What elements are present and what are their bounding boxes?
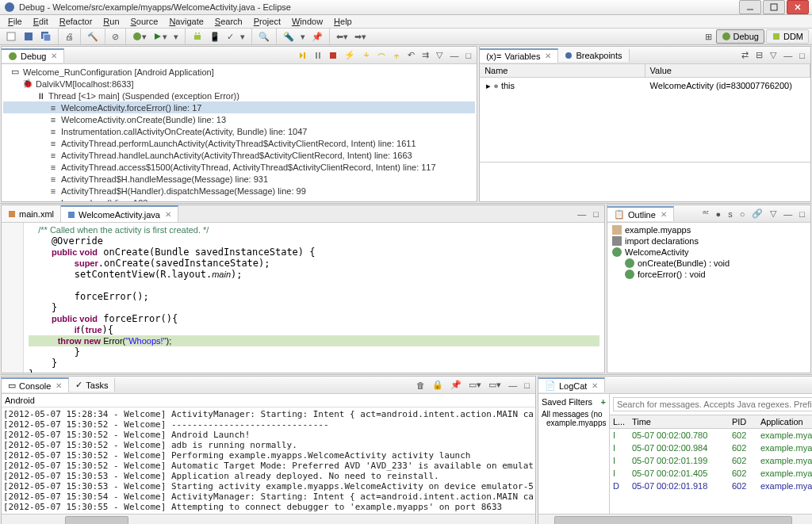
menu-navigate[interactable]: Navigate: [164, 15, 208, 28]
variable-row[interactable]: ▸ ● thisWelcomeActivity (id=830007766200…: [481, 79, 809, 93]
new-android-icon[interactable]: ▾: [238, 30, 247, 44]
logcat-row[interactable]: I05-07 00:02:01.199602example.myappsSyst…: [610, 454, 812, 467]
menu-project[interactable]: Project: [249, 15, 285, 28]
maximize-pane-icon[interactable]: □: [591, 207, 601, 220]
menu-run[interactable]: Run: [98, 15, 124, 28]
step-into-icon[interactable]: [360, 48, 373, 62]
outline-item[interactable]: import declarations: [609, 235, 809, 247]
col-app[interactable]: Application: [757, 415, 812, 428]
tab-logcat[interactable]: 📄 LogCat ✕: [538, 377, 605, 392]
terminate-icon[interactable]: [327, 48, 339, 62]
pin-console-icon[interactable]: 📌: [448, 378, 464, 392]
minimize-pane-icon[interactable]: —: [575, 207, 588, 220]
debug-stack-line[interactable]: ⏸Thread [<1> main] (Suspended (exception…: [3, 90, 475, 101]
search-icon[interactable]: 🔦: [281, 30, 297, 44]
debug-stack-line[interactable]: ≡ActivityThread.handleLaunchActivity(Act…: [3, 149, 475, 161]
tab-debug[interactable]: Debug ✕: [2, 48, 64, 63]
logcat-search-input[interactable]: [613, 397, 812, 411]
col-name[interactable]: Name: [480, 64, 645, 77]
hide-fields-icon[interactable]: ●: [714, 207, 724, 220]
outline-item[interactable]: forceError() : void: [609, 269, 809, 280]
add-filter-icon[interactable]: +: [600, 397, 605, 407]
step-return-icon[interactable]: [390, 48, 403, 62]
perspective-debug[interactable]: Debug: [716, 29, 764, 44]
debug-stack-line[interactable]: ≡WelcomeActivity.forceError() line: 17: [3, 101, 475, 113]
view-menu-icon[interactable]: ▽: [768, 48, 779, 62]
show-type-icon[interactable]: ⇄: [739, 48, 751, 62]
logcat-scrollbar[interactable]: [538, 514, 812, 524]
debug-stack-line[interactable]: ≡ActivityThread$H.handleMessage(Message)…: [3, 173, 475, 185]
debug-stack-line[interactable]: ≡ActivityThread$H(Handler).dispatchMessa…: [3, 185, 475, 197]
maximize-pane-icon[interactable]: □: [797, 48, 807, 62]
menu-window[interactable]: Window: [287, 15, 327, 28]
col-time[interactable]: Time: [629, 415, 729, 428]
collapse-icon[interactable]: ⊟: [753, 48, 765, 62]
scroll-lock-icon[interactable]: 🔒: [430, 378, 446, 392]
hide-local-icon[interactable]: 🔗: [749, 207, 765, 220]
tab-outline[interactable]: 📋 Outline ✕: [607, 206, 674, 221]
tab-variables[interactable]: (x)= Variables ✕: [480, 48, 558, 63]
logcat-row[interactable]: I05-07 00:02:01.405602example.myappsSyst…: [610, 467, 812, 480]
logcat-row[interactable]: I05-07 00:02:00.780602example.myappsSyst…: [610, 429, 812, 442]
pin-icon[interactable]: 📌: [309, 30, 325, 44]
outline-item[interactable]: onCreate(Bundle) : void: [609, 258, 809, 269]
logcat-saved-filters[interactable]: Saved Filters + All messages (no example…: [538, 394, 610, 514]
close-icon[interactable]: ✕: [592, 381, 598, 390]
debug-stack-line[interactable]: ≡WelcomeActivity.onCreate(Bundle) line: …: [3, 113, 475, 125]
tab-welcome-java[interactable]: WelcomeActivity.java ✕: [61, 205, 178, 222]
print-icon[interactable]: 🖨: [63, 30, 76, 43]
outline-item[interactable]: example.myapps: [609, 224, 809, 235]
forward-icon[interactable]: ➡▾: [352, 30, 369, 44]
save-all-icon[interactable]: [38, 29, 54, 44]
console-scrollbar[interactable]: [2, 514, 535, 524]
step-over-icon[interactable]: [375, 48, 388, 62]
minimize-pane-icon[interactable]: —: [506, 378, 519, 392]
editor-body[interactable]: /** Called when the activity is first cr…: [2, 223, 604, 373]
close-icon[interactable]: ✕: [51, 52, 57, 60]
perspective-ddms[interactable]: DDM: [766, 29, 809, 44]
editor-gutter[interactable]: [2, 223, 24, 373]
display-console-icon[interactable]: ▭▾: [466, 378, 484, 392]
scrollbar-thumb[interactable]: [554, 516, 792, 524]
open-type-icon[interactable]: 🔍: [256, 30, 272, 44]
debug-stack-line[interactable]: ▭Welcome_RunConfiguration [Android Appli…: [3, 66, 475, 78]
scrollbar-thumb[interactable]: [65, 516, 128, 524]
close-icon[interactable]: ✕: [165, 210, 171, 219]
debug-stack-line[interactable]: ≡Instrumentation.callActivityOnCreate(Ac…: [3, 125, 475, 137]
tab-console[interactable]: ▭ Console ✕: [2, 377, 69, 392]
menu-source[interactable]: Source: [126, 15, 163, 28]
minimize-pane-icon[interactable]: —: [447, 48, 461, 62]
outline-body[interactable]: example.myappsimport declarationsWelcome…: [607, 223, 810, 373]
editor-code[interactable]: /** Called when the activity is first cr…: [24, 223, 604, 373]
menu-file[interactable]: File: [3, 15, 27, 28]
use-step-filter-icon[interactable]: ⇉: [419, 48, 431, 62]
annotation-icon[interactable]: ▾: [298, 30, 308, 44]
col-level[interactable]: L...: [610, 415, 629, 428]
maximize-pane-icon[interactable]: □: [797, 207, 807, 220]
menu-refactor[interactable]: Refactor: [55, 15, 98, 28]
hide-nonpublic-icon[interactable]: ○: [737, 207, 748, 220]
tab-main-xml[interactable]: main.xml: [2, 205, 61, 222]
filter-all-messages[interactable]: All messages (no: [542, 410, 606, 419]
resume-icon[interactable]: [297, 48, 309, 62]
android-sdk-icon[interactable]: [190, 29, 205, 44]
logcat-row[interactable]: I05-07 00:02:00.984602example.myappsSyst…: [610, 442, 812, 454]
open-perspective-icon[interactable]: ⊞: [703, 30, 714, 44]
hide-static-icon[interactable]: s: [726, 207, 735, 220]
variables-body[interactable]: ▸ ● thisWelcomeActivity (id=830007766200…: [480, 78, 810, 162]
minimize-pane-icon[interactable]: —: [781, 48, 795, 62]
avd-icon[interactable]: 📱: [207, 30, 223, 44]
drop-frame-icon[interactable]: ↶: [405, 48, 417, 62]
close-icon[interactable]: ✕: [661, 210, 667, 219]
open-console-icon[interactable]: ▭▾: [486, 378, 504, 392]
view-menu-icon[interactable]: ▽: [768, 207, 779, 220]
skip-bp-icon[interactable]: ⊘: [109, 30, 121, 44]
logcat-row[interactable]: D05-07 00:02:01.918602example.myappsdalv…: [610, 480, 812, 492]
build-icon[interactable]: 🔨: [85, 30, 101, 44]
run-icon[interactable]: ▾: [151, 30, 170, 44]
close-icon[interactable]: ✕: [545, 52, 551, 60]
clear-console-icon[interactable]: 🗑: [414, 378, 427, 392]
maximize-pane-icon[interactable]: □: [522, 378, 532, 392]
debug-stack-line[interactable]: ≡ActivityThread.access$1500(ActivityThre…: [3, 161, 475, 173]
minimize-button[interactable]: [739, 0, 761, 14]
